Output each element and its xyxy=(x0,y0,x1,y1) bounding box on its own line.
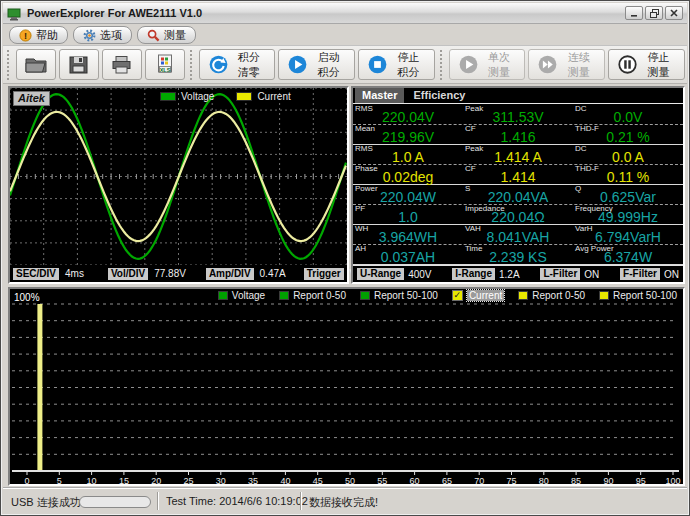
stop-measure-button[interactable]: 停止测量 xyxy=(608,49,685,80)
measurement-tabs: Master Efficiency xyxy=(353,88,683,104)
integral-clear-button-label: 积分清零 xyxy=(233,50,266,80)
open-folder-icon xyxy=(24,55,48,74)
stop-integral-button[interactable]: 停止积分 xyxy=(358,49,435,80)
i-range-value: 1.2A xyxy=(499,269,520,280)
report-plot: 0510152025303540455055606570758085909510… xyxy=(10,300,683,484)
voldiv-value: 77.88V xyxy=(154,268,186,279)
measurement-label: Peak xyxy=(465,145,483,153)
close-button[interactable] xyxy=(665,6,683,20)
f-filter: F-FilterON xyxy=(620,268,679,280)
toolbar: XLS 积分清零启动积分停止积分 单次测量连续测量停止测量 xyxy=(3,45,687,84)
svg-text:65: 65 xyxy=(442,476,452,484)
play-icon xyxy=(288,55,307,74)
restore-button[interactable] xyxy=(645,6,663,20)
measurement-cell: Impedance220.04Ω xyxy=(463,205,573,224)
ampdiv-value: 0.47A xyxy=(260,268,286,279)
save-floppy-icon xyxy=(68,55,89,75)
forward-icon xyxy=(538,55,557,74)
legend-swatch-icon xyxy=(360,291,370,300)
measurement-cell: Peak311.53V xyxy=(463,105,573,124)
menu-measure-label: 测量 xyxy=(164,28,186,43)
toolbar-grip xyxy=(190,50,194,80)
legend-swatch-icon xyxy=(518,291,528,300)
print-button[interactable] xyxy=(102,49,142,80)
measurement-cell: Q0.625Var xyxy=(573,185,683,204)
svg-text:25: 25 xyxy=(183,476,193,484)
measurement-cell: VarH6.794VarH xyxy=(573,225,683,244)
l-filter-value: ON xyxy=(584,269,599,280)
svg-text:90: 90 xyxy=(603,476,613,484)
measurement-label: Mean xyxy=(355,125,375,133)
svg-text:10: 10 xyxy=(87,476,97,484)
test-time-text: Test Time: 2014/6/6 10:19:02 xyxy=(166,495,308,507)
toolbar-grip xyxy=(440,50,444,80)
measurement-row: Mean219.96VCF1.416THD-F0.21 % xyxy=(353,125,683,145)
usb-status-text: USB 连接成功 xyxy=(11,495,81,510)
svg-text:60: 60 xyxy=(410,476,420,484)
svg-text:50: 50 xyxy=(345,476,355,484)
xls-export-icon: XLS xyxy=(155,54,175,75)
svg-text:75: 75 xyxy=(506,476,516,484)
voldiv-chip: Vol/DIV xyxy=(108,268,148,280)
scope-footer: SEC/DIV 4ms Vol/DIV 77.88V Amp/DIV 0.47A… xyxy=(10,265,347,282)
single-measure-button: 单次测量 xyxy=(449,49,526,80)
measurement-cell: Avg Power6.374W xyxy=(573,245,683,264)
report-bar xyxy=(37,304,42,471)
measurement-value: 0.0 A xyxy=(573,145,683,164)
measurement-cell: Power220.04W xyxy=(353,185,463,204)
measurement-cell: AH0.037AH xyxy=(353,245,463,264)
svg-text:!: ! xyxy=(24,30,27,40)
legend-swatch-icon xyxy=(599,291,609,300)
measurement-label: Avg Power xyxy=(575,245,614,253)
status-bar: USB 连接成功 Test Time: 2014/6/6 10:19:02 数据… xyxy=(3,488,687,513)
minimize-button[interactable] xyxy=(625,6,643,20)
measurement-value: 1.416 xyxy=(463,125,573,144)
measurement-value: 3.964WH xyxy=(353,225,463,244)
toolbar-file-buttons: XLS xyxy=(16,49,185,80)
tab-master[interactable]: Master xyxy=(355,88,404,103)
window-title: PowerExplorer For AWE2111 V1.0 xyxy=(27,7,625,19)
tab-efficiency[interactable]: Efficiency xyxy=(406,88,472,103)
ampdiv-chip: Amp/DIV xyxy=(206,268,254,280)
printer-icon xyxy=(110,55,133,75)
svg-text:XLS: XLS xyxy=(159,67,170,73)
scope-legend-current: Current xyxy=(236,91,290,102)
measurement-cell: DC0.0 A xyxy=(573,145,683,164)
menu-measure-button[interactable]: 测量 xyxy=(137,26,196,44)
measurement-label: RMS xyxy=(355,105,373,113)
toolbar-integral-buttons: 积分清零启动积分停止积分 xyxy=(199,49,435,80)
menu-options-button[interactable]: 选项 xyxy=(73,26,132,44)
f-filter-chip: F-Filter xyxy=(620,268,660,280)
measurement-label: AH xyxy=(355,245,366,253)
measurement-label: VAH xyxy=(465,225,481,233)
measurement-label: CF xyxy=(465,125,476,133)
open-file-button[interactable] xyxy=(16,49,56,80)
measurement-label: DC xyxy=(575,145,587,153)
title-bar: PowerExplorer For AWE2111 V1.0 xyxy=(3,3,687,24)
stop-icon xyxy=(368,55,387,74)
i-range-chip: I-Range xyxy=(452,268,495,280)
svg-text:5: 5 xyxy=(57,476,62,484)
measurement-cell: CF1.416 xyxy=(463,125,573,144)
oscilloscope-panel: Aitek Voltage Current SEC/DIV 4ms Vol/DI… xyxy=(8,86,349,284)
measurement-cell: Phase0.02deg xyxy=(353,165,463,184)
menu-options-label: 选项 xyxy=(100,28,122,43)
menu-help-button[interactable]: ! 帮助 xyxy=(9,26,68,44)
measurement-rows: RMS220.04VPeak311.53VDC0.0VMean219.96VCF… xyxy=(353,105,683,264)
svg-text:70: 70 xyxy=(474,476,484,484)
scope-legend: Voltage Current xyxy=(160,91,291,102)
menu-help-label: 帮助 xyxy=(36,28,58,43)
app-icon xyxy=(7,7,22,20)
voltage-swatch-icon xyxy=(160,92,176,101)
export-xls-button[interactable]: XLS xyxy=(145,49,185,80)
save-button[interactable] xyxy=(59,49,99,80)
start-integral-button[interactable]: 启动积分 xyxy=(278,49,355,80)
measurement-panel: Master Efficiency RMS220.04VPeak311.53VD… xyxy=(351,86,685,284)
integral-clear-button[interactable]: 积分清零 xyxy=(199,49,276,80)
scope-legend-voltage: Voltage xyxy=(160,91,214,102)
measurement-cell: Peak1.414 A xyxy=(463,145,573,164)
current-legend-label: Current xyxy=(257,91,290,102)
measurement-label: Impedance xyxy=(465,205,505,213)
svg-text:80: 80 xyxy=(539,476,549,484)
measurement-cell: THD-F0.21 % xyxy=(573,125,683,144)
